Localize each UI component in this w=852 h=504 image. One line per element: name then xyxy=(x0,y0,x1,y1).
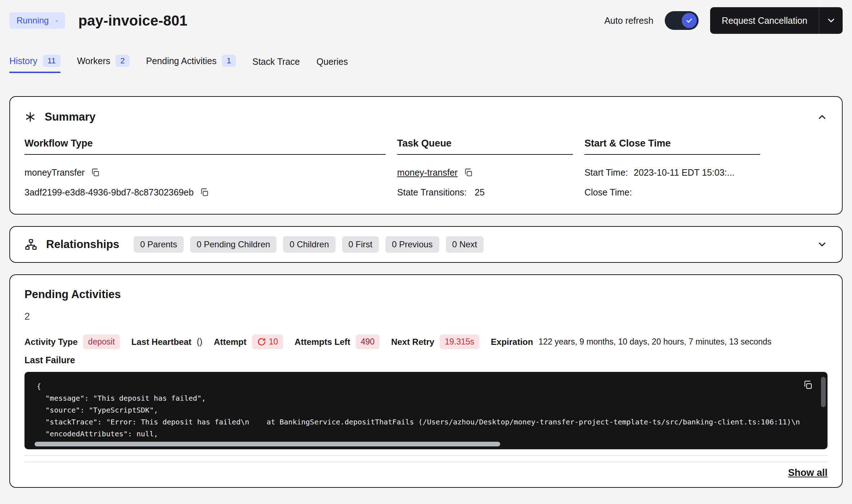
status-badge: Running - xyxy=(9,12,65,29)
state-transitions-value: 25 xyxy=(475,187,485,198)
activity-type-label: Activity Type xyxy=(24,337,78,347)
last-heartbeat-field: Last Heartbeat () xyxy=(131,337,202,347)
activity-type-value-badge: deposit xyxy=(83,334,120,349)
attempt-field: Attempt 10 xyxy=(214,334,283,349)
pending-activities-count: 2 xyxy=(24,311,828,322)
status-badge-label: Running xyxy=(17,15,49,26)
tab-history[interactable]: History 11 xyxy=(9,55,60,73)
expiration-label: Expiration xyxy=(491,337,533,347)
parents-badge: 0 Parents xyxy=(134,236,184,253)
summary-heading: Summary xyxy=(45,111,95,123)
run-id-value: 3adf2199-e3d8-4936-9bd7-8c87302369eb xyxy=(24,187,194,198)
attempts-left-label: Attempts Left xyxy=(295,337,350,347)
tab-label: Stack Trace xyxy=(252,57,300,67)
expiration-value: 122 years, 9 months, 10 days, 20 hours, … xyxy=(538,337,771,347)
first-badge: 0 First xyxy=(342,236,379,253)
pending-activities-card: Pending Activities 2 Activity Type depos… xyxy=(9,274,843,488)
last-failure-code-block: { "message": "This deposit has failed", … xyxy=(24,372,828,449)
copy-icon[interactable] xyxy=(90,168,100,177)
code-line: "encodedAttributes": null, xyxy=(37,428,815,440)
page-title: pay-invoice-801 xyxy=(78,13,187,29)
code-line: "stackTrace": "Error: This deposit has f… xyxy=(37,416,815,428)
close-time-label: Close Time: xyxy=(584,187,632,198)
check-icon xyxy=(685,17,693,24)
chevron-down-icon xyxy=(826,15,836,26)
close-time-row: Close Time: xyxy=(584,183,760,201)
tab-count-badge: 1 xyxy=(222,55,236,67)
tab-label: History xyxy=(9,56,37,66)
request-cancellation-button[interactable]: Request Cancellation xyxy=(710,7,819,34)
request-cancellation-group: Request Cancellation xyxy=(710,7,843,34)
status-progress-indicator: - xyxy=(55,15,58,26)
next-retry-field: Next Retry 19.315s xyxy=(391,334,479,349)
start-time-label: Start Time: xyxy=(584,167,628,178)
copy-icon[interactable] xyxy=(463,168,473,177)
code-line: "message": "This deposit has failed", xyxy=(37,392,815,404)
chevron-up-icon xyxy=(817,112,828,122)
task-queue-row: money-transfer xyxy=(397,163,573,181)
code-line: { xyxy=(37,381,815,392)
tab-label: Pending Activities xyxy=(146,56,217,66)
toggle-knob xyxy=(682,13,697,28)
retry-icon xyxy=(257,337,266,346)
auto-refresh-label: Auto refresh xyxy=(604,15,653,26)
chevron-down-icon xyxy=(817,239,828,250)
summary-collapse-button[interactable] xyxy=(817,112,828,122)
tab-workers[interactable]: Workers 2 xyxy=(77,55,130,73)
attempt-label: Attempt xyxy=(214,337,247,347)
pending-activity-fields: Activity Type deposit Last Heartbeat () … xyxy=(24,334,828,349)
previous-badge: 0 Previous xyxy=(385,236,439,253)
attempts-left-field: Attempts Left 490 xyxy=(295,334,380,349)
workflow-type-header: Workflow Type xyxy=(24,138,386,155)
header-right: Auto refresh Request Cancellation xyxy=(604,7,843,34)
tab-pending-activities[interactable]: Pending Activities 1 xyxy=(146,55,236,73)
tab-stack-trace[interactable]: Stack Trace xyxy=(252,57,300,73)
summary-card: Summary Workflow Type moneyTransfer 3adf… xyxy=(9,96,843,215)
workflow-type-row: moneyTransfer xyxy=(24,163,386,181)
task-queue-link[interactable]: money-transfer xyxy=(397,167,458,178)
expiration-field: Expiration 122 years, 9 months, 10 days,… xyxy=(491,337,771,347)
copy-icon[interactable] xyxy=(803,380,813,390)
tab-label: Queries xyxy=(317,57,348,67)
state-transitions-row: State Transitions: 25 xyxy=(397,183,573,201)
tab-count-badge: 2 xyxy=(116,55,129,67)
code-line: "source": "TypeScriptSDK", xyxy=(37,404,815,416)
tab-label: Workers xyxy=(77,56,111,66)
relationships-expand-button[interactable] xyxy=(817,239,828,250)
task-queue-column: Task Queue money-transfer State Transiti… xyxy=(397,138,573,203)
run-id-row: 3adf2199-e3d8-4936-9bd7-8c87302369eb xyxy=(24,183,386,201)
tab-queries[interactable]: Queries xyxy=(317,57,348,73)
start-time-value: 2023-10-11 EDT 15:03:... xyxy=(634,167,735,178)
summary-grid: Workflow Type moneyTransfer 3adf2199-e3d… xyxy=(24,138,828,203)
auto-refresh-toggle[interactable] xyxy=(665,11,699,30)
header-left: Running - pay-invoice-801 xyxy=(9,12,188,29)
next-retry-label: Next Retry xyxy=(391,337,434,347)
last-heartbeat-label: Last Heartbeat xyxy=(131,337,192,347)
relationships-badges: 0 Parents 0 Pending Children 0 Children … xyxy=(134,236,484,253)
cancellation-menu-button[interactable] xyxy=(819,7,843,34)
activity-type-field: Activity Type deposit xyxy=(24,334,120,349)
horizontal-scrollbar[interactable] xyxy=(35,442,500,446)
tab-count-badge: 11 xyxy=(43,55,60,67)
copy-icon[interactable] xyxy=(199,188,209,197)
task-queue-header: Task Queue xyxy=(397,138,573,155)
header: Running - pay-invoice-801 Auto refresh R… xyxy=(9,7,843,34)
show-all-row: Show all xyxy=(24,467,828,478)
attempt-value-badge: 10 xyxy=(252,334,283,349)
vertical-scrollbar[interactable] xyxy=(821,377,826,407)
relationships-heading: Relationships xyxy=(46,238,119,251)
attempts-left-value-badge: 490 xyxy=(356,334,380,349)
next-retry-value-badge: 19.315s xyxy=(440,334,479,349)
empty-table-row xyxy=(24,455,828,462)
pending-children-badge: 0 Pending Children xyxy=(190,236,277,253)
next-badge: 0 Next xyxy=(446,236,484,253)
state-transitions-label: State Transitions: xyxy=(397,187,467,198)
summary-asterisk-icon xyxy=(24,111,36,123)
start-time-row: Start Time: 2023-10-11 EDT 15:03:... xyxy=(584,163,760,181)
last-failure-label: Last Failure xyxy=(24,355,828,365)
summary-card-header: Summary xyxy=(24,111,828,123)
start-close-time-column: Start & Close Time Start Time: 2023-10-1… xyxy=(584,138,760,203)
workflow-type-column: Workflow Type moneyTransfer 3adf2199-e3d… xyxy=(24,138,386,203)
show-all-link[interactable]: Show all xyxy=(788,467,828,478)
workflow-type-value: moneyTransfer xyxy=(24,167,85,178)
